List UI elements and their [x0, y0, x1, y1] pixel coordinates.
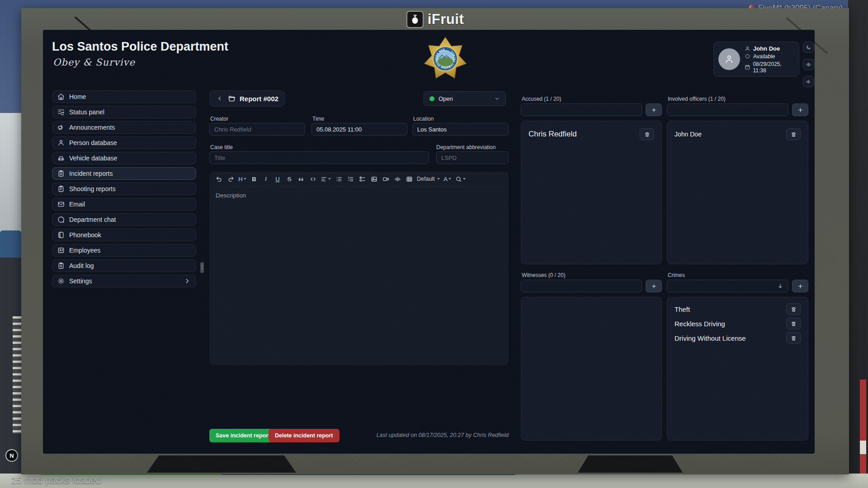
bezel-grip-right	[578, 455, 683, 473]
text-color-button[interactable]: A	[443, 174, 453, 184]
user-card: John Doe Available 08/29/2025, 11:38	[713, 42, 799, 77]
dark-mode-button[interactable]	[803, 42, 814, 53]
remove-accused-button[interactable]	[640, 128, 654, 140]
sidebar-item-label: Home	[69, 93, 86, 100]
time-field[interactable]	[311, 123, 407, 136]
background-car	[0, 230, 21, 258]
remove-crime-button[interactable]	[786, 318, 801, 329]
employees-icon	[57, 247, 65, 254]
sidebar-item[interactable]: Employees	[52, 244, 196, 257]
sidebar-item[interactable]: Home	[52, 90, 196, 103]
insert-image-button[interactable]	[369, 174, 379, 184]
ifruit-apple-icon	[406, 11, 424, 28]
italic-button[interactable]: I	[261, 174, 271, 184]
redo-icon	[227, 176, 234, 183]
undo-button[interactable]	[214, 174, 224, 184]
insert-audio-button[interactable]	[392, 174, 402, 184]
redo-button[interactable]	[226, 174, 236, 184]
heading-button[interactable]: H	[237, 174, 247, 184]
add-officer-button[interactable]	[792, 103, 808, 116]
folder-icon	[228, 95, 236, 103]
task-list-button[interactable]	[357, 174, 367, 184]
sidebar-item-label: Department chat	[69, 216, 116, 223]
plus-icon	[651, 107, 657, 113]
sidebar-item[interactable]: Vehicle database	[52, 152, 196, 164]
witnesses-input[interactable]	[521, 280, 642, 292]
bold-button[interactable]: B	[249, 174, 259, 184]
officer-name: John Doe	[675, 131, 702, 138]
sidebar-item[interactable]: Incident reports	[52, 167, 196, 180]
witnesses-list	[521, 297, 662, 441]
caret-icon	[328, 178, 331, 180]
description-textarea[interactable]: Description	[209, 187, 509, 204]
officers-input[interactable]	[667, 103, 788, 116]
sound-button[interactable]	[803, 76, 814, 87]
code-button[interactable]	[308, 174, 318, 184]
speaker-icon	[806, 79, 811, 85]
avatar	[718, 48, 740, 70]
editor-search-button[interactable]	[454, 174, 467, 184]
witnesses-label: Witnesses (0 / 20)	[522, 272, 566, 278]
ordered-list-button[interactable]	[345, 174, 355, 184]
undo-icon	[216, 176, 222, 183]
report-status-select[interactable]: Open	[424, 91, 506, 106]
chevron-left-icon	[217, 95, 223, 102]
add-crime-button[interactable]	[792, 280, 808, 292]
sidebar-item[interactable]: Audit log	[52, 259, 196, 272]
bezel-grip-left	[147, 455, 296, 473]
sidebar-item[interactable]: Person database	[52, 136, 196, 149]
add-accused-button[interactable]	[646, 103, 662, 116]
font-select[interactable]: Default	[416, 174, 441, 184]
department-badge: SAN ANDREAS HIGHWAY PATROL	[423, 36, 468, 81]
audio-icon	[394, 176, 401, 183]
remove-crime-button[interactable]	[786, 303, 801, 315]
sidebar-item[interactable]: Status panel	[52, 106, 196, 118]
save-report-button[interactable]: Save incident report	[209, 429, 276, 442]
remove-officer-button[interactable]	[786, 128, 801, 140]
sidebar-item[interactable]: Settings	[52, 275, 196, 287]
image-icon	[371, 176, 377, 183]
crime-row: Driving Without License	[672, 331, 803, 345]
location-field[interactable]	[412, 123, 509, 136]
report-title: Report #002	[240, 95, 278, 103]
sidebar-item-label: Employees	[69, 247, 100, 254]
background-pole	[860, 380, 866, 488]
sidebar-item[interactable]: Email	[52, 198, 196, 211]
align-button[interactable]	[320, 174, 332, 184]
trash-icon	[791, 306, 797, 312]
delete-report-button[interactable]: Delete incident report	[269, 429, 340, 442]
insert-table-button[interactable]	[404, 174, 414, 184]
sidebar-resize-handle[interactable]	[200, 262, 204, 273]
back-button[interactable]	[216, 94, 224, 103]
app-title: iFruit	[428, 11, 464, 28]
app-logo: iFruit	[21, 11, 849, 28]
trash-icon	[644, 131, 650, 137]
crimes-select[interactable]	[667, 280, 788, 292]
current-datetime: 08/29/2025, 11:38	[753, 61, 794, 74]
phonebook-icon	[57, 231, 65, 239]
dept-abbr-field[interactable]	[436, 151, 509, 164]
sidebar-item[interactable]: Announcements	[52, 121, 196, 134]
case-title-field[interactable]	[209, 151, 429, 164]
chevron-right-icon	[184, 277, 191, 285]
creator-field[interactable]	[209, 123, 305, 136]
time-label: Time	[312, 116, 324, 122]
bullet-list-button[interactable]	[334, 174, 344, 184]
accused-input[interactable]	[521, 103, 642, 116]
user-status: Available	[753, 53, 775, 60]
blockquote-button[interactable]	[296, 174, 306, 184]
bullet-list-icon	[335, 176, 342, 183]
add-witness-button[interactable]	[646, 280, 662, 292]
underline-button[interactable]: U	[273, 174, 283, 184]
sidebar-item[interactable]: Shooting reports	[52, 183, 196, 195]
incident-reports-icon	[57, 170, 65, 177]
remove-crime-button[interactable]	[786, 332, 801, 344]
sidebar-item[interactable]: Phonebook	[52, 229, 196, 241]
trash-icon	[791, 321, 797, 327]
visibility-button[interactable]	[803, 59, 814, 70]
insert-video-button[interactable]	[381, 174, 391, 184]
user-name: John Doe	[753, 45, 780, 52]
strikethrough-button[interactable]: S	[284, 174, 294, 184]
sidebar-item[interactable]: Department chat	[52, 213, 196, 226]
caret-icon	[244, 178, 246, 180]
